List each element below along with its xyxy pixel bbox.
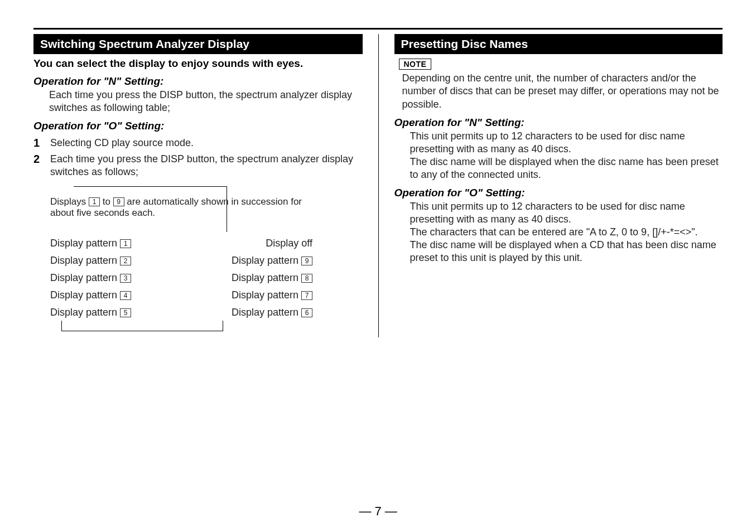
right-op-n-body: This unit permits up to 12 characters to… (410, 130, 723, 181)
step-number: 1 (33, 137, 42, 149)
step-number: 2 (33, 153, 42, 166)
flow-cell-right: Display off (266, 238, 312, 249)
flow-label: Display pattern (50, 307, 120, 318)
boxed-number: 2 (120, 257, 131, 265)
boxed-number: 3 (120, 274, 131, 283)
boxed-number: 4 (120, 291, 131, 300)
flow-cell-left: Display pattern 1 (50, 238, 131, 249)
left-op-o-heading: Operation for "O" Setting: (33, 120, 363, 132)
flow-cell-right: Display pattern 6 (232, 307, 312, 318)
note-label: NOTE (399, 59, 432, 70)
left-column: Switching Spectrum Analyzer Display You … (33, 34, 378, 337)
flow-label: Display pattern (50, 255, 120, 266)
left-section-title: Switching Spectrum Analyzer Display (33, 34, 363, 54)
flow-row: Display pattern 4 Display pattern 7 (50, 289, 312, 301)
flow-label: Display pattern (232, 272, 301, 283)
note-body: Depending on the centre unit, the number… (402, 72, 723, 111)
flow-label: Display pattern (50, 289, 120, 301)
flow-row: Display pattern 5 Display pattern 6 (50, 307, 312, 318)
page: Switching Spectrum Analyzer Display You … (0, 0, 756, 532)
step-text: Each time you press the DISP button, the… (50, 153, 363, 178)
dash-icon: — (355, 504, 374, 518)
columns: Switching Spectrum Analyzer Display You … (33, 34, 723, 337)
boxed-number: 7 (301, 291, 312, 300)
right-op-n-heading: Operation for "N" Setting: (394, 117, 723, 129)
boxed-number: 5 (120, 308, 131, 317)
flow-intro-pre: Displays (50, 196, 89, 207)
boxed-number: 6 (301, 308, 312, 317)
left-lead: You can select the display to enjoy soun… (33, 57, 363, 70)
flow-cell-left: Display pattern 5 (50, 307, 131, 318)
flow-label: Display pattern (50, 238, 120, 249)
flow-intro: Displays 1 to 9 are automatically shown … (50, 196, 312, 219)
flow-label: Display pattern (232, 289, 301, 301)
flow-cell-right: Display pattern 8 (232, 272, 312, 284)
step: 1 Selecting CD play source mode. (33, 137, 363, 149)
boxed-number: 8 (301, 274, 312, 283)
dash-icon: — (382, 504, 401, 518)
step-text: Selecting CD play source mode. (50, 137, 194, 149)
boxed-number: 1 (120, 239, 131, 248)
flow-cell-left: Display pattern 3 (50, 272, 131, 284)
top-rule (33, 28, 723, 30)
right-op-o-heading: Operation for "O" Setting: (394, 187, 723, 199)
flow-intro-wrap: Displays 1 to 9 are automatically shown … (50, 188, 312, 232)
right-section-title: Presetting Disc Names (394, 34, 723, 54)
flow-cell-left: Display pattern 2 (50, 255, 131, 267)
flow-bottom-connector (50, 324, 312, 337)
flow-label: Display pattern (50, 272, 120, 283)
flow-diagram: Displays 1 to 9 are automatically shown … (50, 188, 312, 337)
page-number-value: 7 (374, 504, 381, 518)
flow-row: Display pattern 1 Display off (50, 238, 312, 249)
flow-cell-left: Display pattern 4 (50, 289, 131, 301)
step: 2 Each time you press the DISP button, t… (33, 153, 363, 178)
flow-cell-right: Display pattern 7 (232, 289, 312, 301)
flow-row: Display pattern 3 Display pattern 8 (50, 272, 312, 284)
left-op-n-heading: Operation for "N" Setting: (33, 75, 363, 88)
left-op-n-body: Each time you press the DISP button, the… (49, 89, 363, 114)
right-op-o-body: This unit permits up to 12 characters to… (410, 200, 723, 264)
flow-intro-mid: to (100, 196, 113, 207)
flow-label: Display pattern (232, 307, 301, 318)
boxed-number: 9 (301, 257, 312, 265)
boxed-number: 9 (113, 197, 124, 206)
page-number: —7— (0, 504, 756, 519)
flow-label: Display pattern (232, 255, 301, 266)
flow-row: Display pattern 2 Display pattern 9 (50, 255, 312, 267)
flow-label: Display off (266, 238, 312, 249)
boxed-number: 1 (89, 197, 100, 206)
left-steps: 1 Selecting CD play source mode. 2 Each … (33, 137, 363, 178)
right-column: Presetting Disc Names NOTE Depending on … (378, 34, 723, 337)
flow-cell-right: Display pattern 9 (232, 255, 312, 267)
